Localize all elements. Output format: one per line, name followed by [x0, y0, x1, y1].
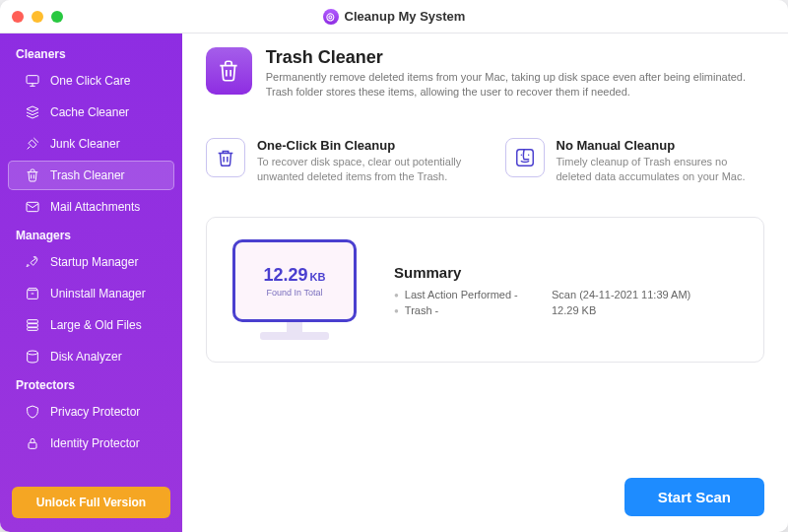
sidebar-item-label: Privacy Protector	[50, 405, 140, 419]
sidebar-section-cleaners: Cleaners	[0, 41, 182, 65]
monitor-icon	[25, 73, 40, 89]
svg-rect-8	[516, 150, 533, 166]
layers-icon	[25, 104, 40, 120]
app-logo-icon: ◎	[323, 9, 339, 25]
page-header: Trash Cleaner Permanently remove deleted…	[206, 47, 764, 100]
lock-icon	[25, 435, 40, 451]
monitor-neck	[287, 322, 302, 332]
trash-icon	[25, 167, 40, 183]
broom-icon	[25, 136, 40, 152]
monitor-screen: 12.29KB Found In Total	[232, 239, 357, 322]
sidebar-item-trash-cleaner[interactable]: Trash Cleaner	[8, 161, 174, 190]
summary-text: Summary Last Action Performed - Scan (24…	[394, 264, 690, 316]
page-description: Permanently remove deleted items from yo…	[266, 70, 764, 100]
titlebar: ◎ Cleanup My System	[0, 0, 788, 33]
sidebar-item-label: Mail Attachments	[50, 200, 140, 214]
feature-desc: To recover disk space, clear out potenti…	[257, 155, 466, 184]
svg-rect-3	[28, 320, 38, 323]
fullscreen-window-button[interactable]	[51, 11, 63, 23]
sidebar-section-managers: Managers	[0, 223, 182, 246]
sidebar-item-privacy-protector[interactable]: Privacy Protector	[8, 397, 174, 427]
mail-icon	[25, 199, 40, 215]
summary-monitor-graphic: 12.29KB Found In Total	[230, 239, 359, 340]
trash-cleaner-hero-icon	[206, 47, 252, 95]
found-unit: KB	[310, 271, 326, 283]
sidebar-item-label: Identity Protector	[50, 436, 140, 450]
feature-no-manual-cleanup: No Manual Cleanup Timely cleanup of Tras…	[505, 138, 765, 184]
svg-rect-0	[27, 76, 38, 84]
sidebar-item-identity-protector[interactable]: Identity Protector	[8, 429, 174, 458]
feature-desc: Timely cleanup of Trash ensures no delet…	[557, 155, 765, 184]
sidebar-item-label: Uninstall Manager	[50, 287, 146, 300]
sidebar-item-label: Cache Cleaner	[50, 105, 129, 119]
svg-point-6	[28, 351, 38, 355]
svg-rect-5	[28, 328, 38, 331]
footer: Start Scan	[206, 478, 764, 516]
bin-icon	[206, 138, 245, 177]
unlock-full-version-button[interactable]: Unlock Full Version	[12, 487, 170, 518]
sidebar-item-label: Disk Analyzer	[50, 350, 122, 364]
feature-one-click-bin: One-Click Bin Cleanup To recover disk sp…	[206, 138, 466, 184]
summary-key-1: Trash -	[394, 304, 552, 316]
sidebar-item-startup-manager[interactable]: Startup Manager	[8, 247, 174, 277]
found-amount: 12.29KB	[264, 265, 326, 286]
svg-rect-1	[27, 202, 38, 211]
svg-rect-7	[29, 442, 36, 448]
sidebar-item-label: Large & Old Files	[50, 318, 142, 332]
sidebar-section-protectors: Protectors	[0, 372, 182, 396]
summary-val-0: Scan (24-11-2021 11:39 AM)	[552, 289, 690, 300]
found-value: 12.29	[264, 265, 308, 285]
summary-kv: Last Action Performed - Scan (24-11-2021…	[394, 289, 690, 316]
sidebar-item-mail-attachments[interactable]: Mail Attachments	[8, 192, 174, 222]
summary-card: 12.29KB Found In Total Summary Last Acti…	[206, 217, 764, 363]
monitor-base	[260, 332, 329, 340]
rocket-icon	[25, 254, 40, 270]
main-content: Trash Cleaner Permanently remove deleted…	[182, 33, 788, 532]
stack-icon	[25, 317, 40, 333]
found-subtext: Found In Total	[267, 288, 323, 298]
sidebar-item-uninstall-manager[interactable]: Uninstall Manager	[8, 279, 174, 308]
sidebar-item-large-old-files[interactable]: Large & Old Files	[8, 310, 174, 340]
start-scan-button[interactable]: Start Scan	[624, 478, 764, 516]
close-window-button[interactable]	[12, 11, 24, 23]
sidebar-item-junk-cleaner[interactable]: Junk Cleaner	[8, 129, 174, 159]
sidebar-item-one-click-care[interactable]: One Click Care	[8, 66, 174, 96]
finder-icon	[505, 138, 545, 177]
feature-title: One-Click Bin Cleanup	[257, 138, 466, 153]
shield-icon	[25, 404, 40, 420]
sidebar-item-disk-analyzer[interactable]: Disk Analyzer	[8, 342, 174, 371]
sidebar-item-label: Startup Manager	[50, 255, 138, 269]
svg-rect-4	[28, 324, 38, 327]
sidebar-item-label: Junk Cleaner	[50, 137, 120, 151]
summary-heading: Summary	[394, 264, 690, 281]
summary-val-1: 12.29 KB	[552, 304, 690, 316]
window-title: ◎ Cleanup My System	[0, 9, 788, 25]
window-title-text: Cleanup My System	[345, 9, 466, 24]
features: One-Click Bin Cleanup To recover disk sp…	[206, 138, 764, 184]
sidebar-item-label: One Click Care	[50, 74, 130, 88]
summary-key-0: Last Action Performed -	[394, 289, 552, 300]
sidebar-item-cache-cleaner[interactable]: Cache Cleaner	[8, 98, 174, 127]
disk-icon	[25, 349, 40, 365]
window-controls	[12, 11, 63, 23]
page-title: Trash Cleaner	[266, 47, 764, 68]
box-icon	[25, 286, 40, 301]
sidebar-item-label: Trash Cleaner	[50, 168, 125, 182]
svg-rect-2	[28, 291, 38, 299]
minimize-window-button[interactable]	[32, 11, 43, 23]
feature-title: No Manual Cleanup	[557, 138, 765, 153]
sidebar: Cleaners One Click Care Cache Cleaner Ju…	[0, 33, 182, 532]
